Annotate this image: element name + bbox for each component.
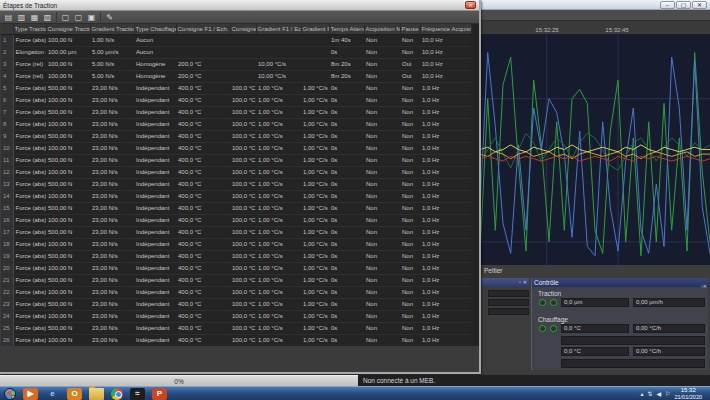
table-cell[interactable]: Non	[400, 298, 420, 310]
table-cell[interactable]: 100,00 N	[46, 166, 90, 178]
table-cell[interactable]	[256, 46, 301, 58]
table-row[interactable]: 16Force (abs)100,00 N23,00 N/sIndépendan…	[1, 214, 471, 226]
table-cell[interactable]: 100,0 °C	[230, 118, 256, 130]
table-cell[interactable]: 1,00 °C/s	[256, 334, 301, 346]
table-cell[interactable]: 1,00 °C/s	[301, 286, 329, 298]
table-cell[interactable]: 1,0 Hz	[420, 250, 471, 262]
copy-icon[interactable]: ▢	[73, 12, 84, 23]
show-hidden-icons-button[interactable]: ▴	[640, 390, 643, 397]
table-cell[interactable]: 1,0 Hz	[420, 274, 471, 286]
table-cell[interactable]: 400,0 °C	[176, 298, 230, 310]
table-cell[interactable]: 1,0 Hz	[420, 154, 471, 166]
table-cell[interactable]	[301, 58, 329, 70]
table-cell[interactable]: 400,0 °C	[176, 250, 230, 262]
table-cell[interactable]: Force (abs)	[13, 106, 46, 118]
table-cell[interactable]: Indépendant	[134, 106, 176, 118]
table-cell[interactable]	[256, 34, 301, 46]
table-cell[interactable]: 23,00 N/s	[90, 166, 134, 178]
table-cell[interactable]: 23,00 N/s	[90, 262, 134, 274]
table-cell[interactable]: 100,0 °C	[230, 298, 256, 310]
capture-app-icon[interactable]: ≈	[130, 388, 145, 400]
table-cell[interactable]: 400,0 °C	[176, 238, 230, 250]
table-cell[interactable]: 10,0 Hz	[420, 58, 471, 70]
table-cell[interactable]: 1,00 °C/s	[256, 106, 301, 118]
table-cell[interactable]: 1,0 Hz	[420, 226, 471, 238]
network-icon[interactable]: ⇅	[647, 390, 652, 397]
table-cell[interactable]: 100,00 µm	[46, 46, 90, 58]
table-cell[interactable]: Non	[364, 34, 400, 46]
row-number-cell[interactable]: 2	[1, 46, 13, 58]
table-cell[interactable]: 100,0 °C	[230, 238, 256, 250]
table-cell[interactable]: Non	[400, 214, 420, 226]
table-cell[interactable]	[230, 70, 256, 82]
table-cell[interactable]: 100,0 °C	[230, 262, 256, 274]
table-cell[interactable]: 23,00 N/s	[90, 202, 134, 214]
table-cell[interactable]: 1,0 Hz	[420, 130, 471, 142]
table-cell[interactable]: Non	[364, 238, 400, 250]
table-cell[interactable]: 23,00 N/s	[90, 142, 134, 154]
table-cell[interactable]: 100,00 N	[46, 34, 90, 46]
row-number-cell[interactable]: 8	[1, 118, 13, 130]
table-cell[interactable]: 1,0 Hz	[420, 190, 471, 202]
table-cell[interactable]: 400,0 °C	[176, 130, 230, 142]
table-cell[interactable]: Non	[400, 118, 420, 130]
table-row[interactable]: 20Force (abs)100,00 N23,00 N/sIndépendan…	[1, 262, 471, 274]
table-cell[interactable]: 8m 20s	[329, 70, 364, 82]
table-cell[interactable]: 100,0 °C	[230, 154, 256, 166]
outlook-icon[interactable]: O	[67, 388, 82, 400]
table-cell[interactable]: 100,0 °C	[230, 106, 256, 118]
table-cell[interactable]	[230, 34, 256, 46]
table-cell[interactable]: Indépendant	[134, 190, 176, 202]
table-cell[interactable]: 400,0 °C	[176, 106, 230, 118]
table-cell[interactable]: 400,0 °C	[176, 82, 230, 94]
table-cell[interactable]: 1,0 Hz	[420, 142, 471, 154]
table-cell[interactable]: Indépendant	[134, 142, 176, 154]
table-cell[interactable]: 0s	[329, 178, 364, 190]
table-cell[interactable]: Non	[400, 130, 420, 142]
table-cell[interactable]: Non	[400, 286, 420, 298]
table-cell[interactable]: Indépendant	[134, 310, 176, 322]
table-cell[interactable]: Non	[400, 106, 420, 118]
traction-position-field[interactable]: 0,0 µm	[561, 298, 629, 307]
table-cell[interactable]: Force (abs)	[13, 154, 46, 166]
table-cell[interactable]: 500,00 N	[46, 202, 90, 214]
table-cell[interactable]: 100,0 °C	[230, 322, 256, 334]
table-cell[interactable]: 23,00 N/s	[90, 322, 134, 334]
table-cell[interactable]: 1,00 °C/s	[301, 142, 329, 154]
table-cell[interactable]: Non	[364, 130, 400, 142]
table-cell[interactable]: 0s	[329, 274, 364, 286]
table-cell[interactable]: Force (abs)	[13, 298, 46, 310]
table-row[interactable]: 18Force (abs)100,00 N23,00 N/sIndépendan…	[1, 238, 471, 250]
table-cell[interactable]: 1,00 °C/s	[256, 310, 301, 322]
table-cell[interactable]: Non	[400, 310, 420, 322]
table-cell[interactable]: Non	[364, 202, 400, 214]
table-cell[interactable]: 100,00 N	[46, 238, 90, 250]
table-cell[interactable]: 1,0 Hz	[420, 322, 471, 334]
table-cell[interactable]: Oui	[400, 58, 420, 70]
minimize-button[interactable]: –	[660, 1, 675, 9]
table-cell[interactable]: 23,00 N/s	[90, 130, 134, 142]
table-row[interactable]: 12Force (abs)100,00 N23,00 N/sIndépendan…	[1, 166, 471, 178]
table-row[interactable]: 3Force (rel)100,00 N5,00 N/sHomogène200,…	[1, 58, 471, 70]
table-cell[interactable]: 1,00 °C/s	[301, 166, 329, 178]
table-cell[interactable]: 1,00 °C/s	[301, 238, 329, 250]
table-cell[interactable]: 0s	[329, 298, 364, 310]
table-cell[interactable]: 1,00 °C/s	[301, 82, 329, 94]
table-cell[interactable]: 1,0 Hz	[420, 202, 471, 214]
table-cell[interactable]: Indépendant	[134, 274, 176, 286]
controle-panel-titlebar[interactable]: Contrôle ▫✕	[532, 278, 709, 287]
table-cell[interactable]: 1,0 Hz	[420, 178, 471, 190]
maximize-button[interactable]: ▢	[676, 1, 691, 9]
table-cell[interactable]: Force (abs)	[13, 202, 46, 214]
table-cell[interactable]: 1,0 Hz	[420, 94, 471, 106]
table-row[interactable]: 13Force (abs)500,00 N23,00 N/sIndépendan…	[1, 178, 471, 190]
table-cell[interactable]: 1,0 Hz	[420, 118, 471, 130]
table-cell[interactable]: 1,00 °C/s	[301, 274, 329, 286]
insert-step-icon[interactable]: ▥	[16, 12, 27, 23]
table-cell[interactable]: 1,00 °C/s	[301, 130, 329, 142]
table-cell[interactable]: 1,00 °C/s	[301, 214, 329, 226]
table-row[interactable]: 9Force (abs)500,00 N23,00 N/sIndépendant…	[1, 130, 471, 142]
table-cell[interactable]: 0s	[329, 94, 364, 106]
table-cell[interactable]: 100,0 °C	[230, 286, 256, 298]
table-cell[interactable]: 1,0 Hz	[420, 298, 471, 310]
